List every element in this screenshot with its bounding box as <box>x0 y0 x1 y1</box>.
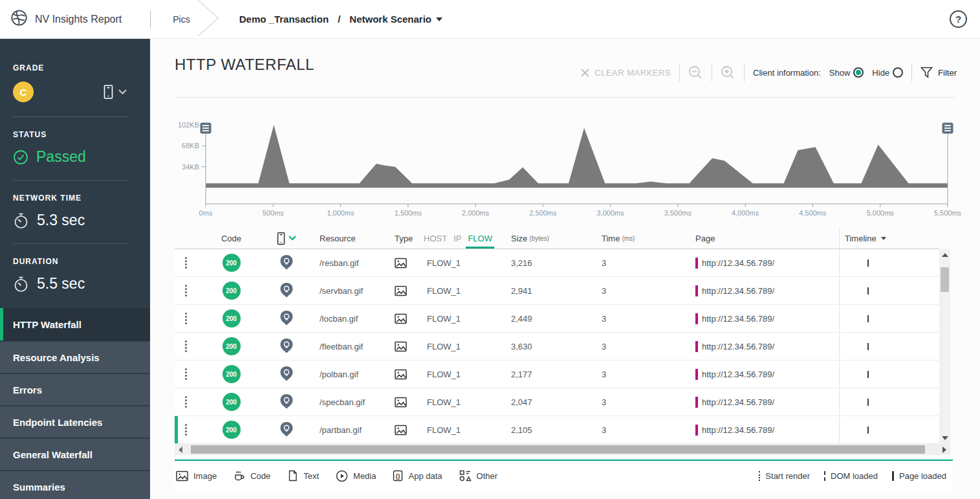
horizontal-scrollbar[interactable] <box>175 444 950 455</box>
vertical-scrollbar[interactable] <box>939 249 950 444</box>
table-row[interactable]: 200 /resban.gif FLOW_1 3,216 3 http://12… <box>175 249 939 277</box>
scroll-down-arrow[interactable] <box>939 434 950 443</box>
filter-button[interactable]: Filter <box>920 67 957 78</box>
image-type-icon <box>395 369 407 380</box>
resource-cell: /fleetban.gif <box>310 333 395 360</box>
breadcrumb-section[interactable]: Pics <box>173 14 190 25</box>
top-bar: NV Insights Report Pics Demo _Transactio… <box>0 0 980 39</box>
scroll-up-arrow[interactable] <box>939 250 950 260</box>
page-url: http://12.34.56.789/ <box>702 286 774 296</box>
time-cell: 3 <box>595 388 686 416</box>
status-code-badge: 200 <box>223 365 241 383</box>
location-pin-icon[interactable] <box>279 338 294 355</box>
size-cell: 2,941 <box>505 277 595 304</box>
ip-toggle[interactable]: IP <box>453 234 461 243</box>
radio-selected-icon <box>853 67 864 78</box>
duration-value: 5.5 sec <box>37 275 85 293</box>
svg-text:102KB: 102KB <box>178 121 199 129</box>
flow-toggle[interactable]: FLOW <box>468 234 492 243</box>
network-time-label: NETWORK TIME <box>13 194 140 203</box>
size-cell: 3,630 <box>505 333 595 360</box>
timeline-bar <box>867 427 869 434</box>
location-pin-icon[interactable] <box>279 282 294 299</box>
scroll-right-arrow[interactable] <box>940 444 949 455</box>
location-pin-icon[interactable] <box>279 366 294 383</box>
location-pin-icon[interactable] <box>279 254 294 271</box>
table-row[interactable]: 200 /servban.gif FLOW_1 2,941 3 http://1… <box>175 277 939 305</box>
help-button[interactable]: ? <box>950 10 967 28</box>
breadcrumb-transaction[interactable]: Demo _Transaction <box>239 14 329 25</box>
clear-markers-button[interactable]: CLEAR MARKERS <box>581 68 671 78</box>
image-type-icon <box>395 313 407 324</box>
help-glyph: ? <box>955 14 961 25</box>
table-row[interactable]: 200 /specban.gif FLOW_1 2,047 3 http://1… <box>175 388 939 416</box>
scroll-left-arrow[interactable] <box>176 444 185 455</box>
sidebar-item-http-waterfall[interactable]: HTTP Waterfall <box>0 308 150 340</box>
kebab-menu-icon[interactable] <box>185 424 187 436</box>
marker-label: Start render <box>765 471 810 481</box>
zoom-out-button[interactable] <box>688 65 703 80</box>
sidebar-item-endpoint-latencies[interactable]: Endpoint Latencies <box>0 405 150 438</box>
kebab-menu-icon[interactable] <box>185 285 187 296</box>
chevron-down-icon <box>289 236 296 241</box>
grade-client-dropdown[interactable] <box>103 84 127 100</box>
other-shapes-icon <box>459 470 472 482</box>
legend-label: Code <box>250 471 270 481</box>
sidebar-item-general-waterfall[interactable]: General Waterfall <box>0 438 150 470</box>
right-marker-handle[interactable] <box>942 123 953 134</box>
sidebar-item-errors[interactable]: Errors <box>0 373 150 405</box>
flow-cell: FLOW_1 <box>424 277 505 304</box>
row-actions-cell <box>175 333 201 360</box>
status-code-cell: 200 <box>201 249 262 276</box>
resource-cell: /partban.gif <box>310 416 395 443</box>
breadcrumb-chevron-icon <box>197 0 221 39</box>
network-time-section: NETWORK TIME 5.3 sec <box>0 181 150 244</box>
marker-label: Page loaded <box>899 471 946 481</box>
location-pin-icon[interactable] <box>279 394 294 410</box>
client-info-hide-radio[interactable]: Hide <box>872 67 903 78</box>
status-code-badge: 200 <box>223 421 241 439</box>
sidebar-item-resource-analysis[interactable]: Resource Analysis <box>0 340 150 373</box>
col-client-header-dropdown[interactable] <box>262 228 310 249</box>
horizontal-scroll-thumb[interactable] <box>191 445 925 454</box>
left-marker-handle[interactable] <box>201 123 212 134</box>
size-header-unit: (bytes) <box>529 235 549 242</box>
timeline-bar <box>867 260 869 267</box>
chevron-down-icon <box>118 89 127 94</box>
page-cell: http://12.34.56.789/ <box>686 360 839 388</box>
vertical-scroll-thumb[interactable] <box>941 267 949 292</box>
zoom-in-button[interactable] <box>721 65 735 80</box>
kebab-menu-icon[interactable] <box>185 340 187 352</box>
scenario-dropdown[interactable]: Network Scenario <box>349 14 442 25</box>
location-pin-icon[interactable] <box>279 421 294 438</box>
sidebar-item-summaries[interactable]: Summaries <box>0 470 150 499</box>
time-cell: 3 <box>595 333 686 360</box>
kebab-menu-icon[interactable] <box>185 257 187 269</box>
timeline-cell <box>839 388 939 416</box>
host-toggle[interactable]: HOST <box>424 234 447 243</box>
flow-cell: FLOW_1 <box>424 249 505 276</box>
kebab-menu-icon[interactable] <box>185 368 187 380</box>
svg-text:500ms: 500ms <box>263 209 285 217</box>
page-loaded-marker: Page loaded <box>892 471 946 481</box>
time-cell: 3 <box>595 277 686 304</box>
flow-cell: FLOW_1 <box>424 388 505 416</box>
location-pin-icon[interactable] <box>279 310 294 327</box>
table-row[interactable]: 200 /partban.gif FLOW_1 2,105 3 http://1… <box>175 416 939 444</box>
type-cell <box>395 360 424 388</box>
svg-text:{}: {} <box>396 473 401 480</box>
timeline-cell <box>839 416 939 443</box>
waterfall-chart: 102KB68KB34KB 0ms500ms1,000ms1,500ms2,00… <box>175 104 977 220</box>
kebab-menu-icon[interactable] <box>185 313 187 324</box>
size-cell: 2,047 <box>505 388 595 416</box>
table-row[interactable]: 200 /locban.gif FLOW_1 2,449 3 http://12… <box>175 305 939 333</box>
col-timeline-header[interactable]: Timeline <box>839 228 939 249</box>
legend-label: Image <box>193 471 217 481</box>
legend-label: Other <box>477 471 498 481</box>
table-row[interactable]: 200 /fleetban.gif FLOW_1 3,630 3 http://… <box>175 333 939 360</box>
table-row[interactable]: 200 /polban.gif FLOW_1 2,177 3 http://12… <box>175 360 939 388</box>
clear-markers-label: CLEAR MARKERS <box>594 68 671 78</box>
toolbar-divider <box>744 63 745 82</box>
kebab-menu-icon[interactable] <box>185 396 187 408</box>
client-info-show-radio[interactable]: Show <box>829 67 864 78</box>
